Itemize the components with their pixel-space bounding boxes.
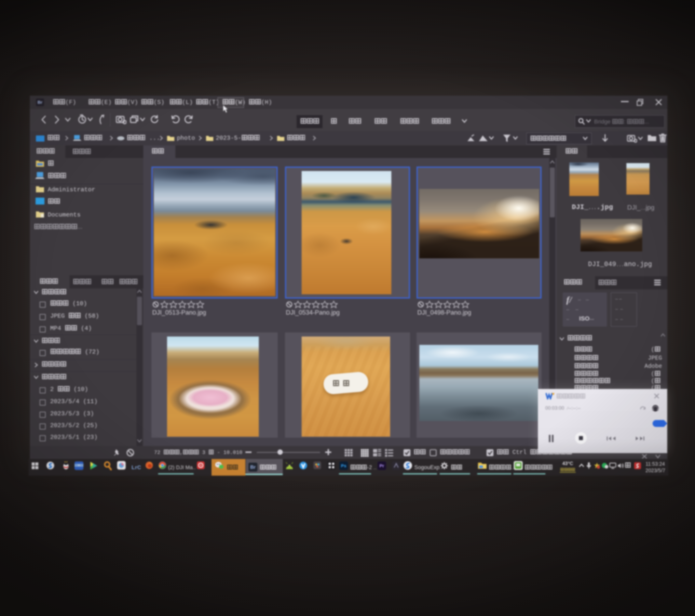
svg-text:Pr: Pr [379,463,384,468]
svg-text:W: W [78,464,80,467]
svg-text:Ps: Ps [341,463,346,468]
